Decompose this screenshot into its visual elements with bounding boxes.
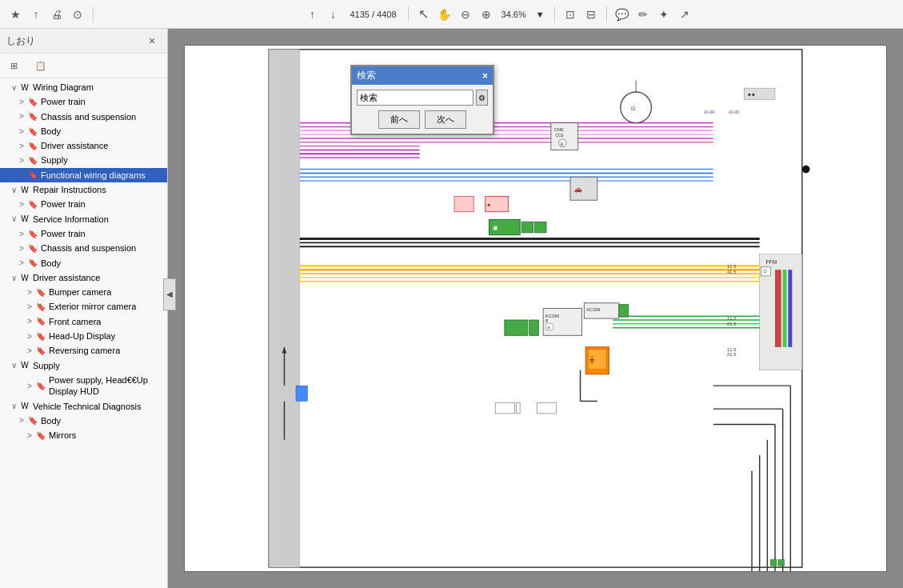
pencil-icon[interactable]: ✏ bbox=[634, 6, 652, 23]
svg-rect-74 bbox=[516, 402, 520, 414]
svg-text:41.5: 41.5 bbox=[727, 270, 736, 274]
wiring-diagram-svg: FFM ⊙ bbox=[184, 45, 887, 572]
comment-icon[interactable]: 💬 bbox=[613, 6, 631, 23]
separator-1 bbox=[93, 6, 94, 22]
sidebar-item-service-information[interactable]: ∨ W Service Information bbox=[0, 212, 167, 226]
sidebar-close-icon[interactable]: × bbox=[143, 32, 161, 50]
fc-icon: 🔖 bbox=[35, 317, 46, 326]
sidebar-item-chassis-1[interactable]: > 🔖 Chassis and suspension bbox=[0, 110, 167, 124]
sidebar-item-driver-assist-1[interactable]: > 🔖 Driver assistance bbox=[0, 138, 167, 153]
hu-label: Head-Up Display bbox=[49, 330, 115, 342]
svg-text:⊕: ⊕ bbox=[560, 142, 564, 146]
da1-icon: 🔖 bbox=[27, 142, 38, 150]
sidebar-item-mirrors[interactable]: > 🔖 Mirrors bbox=[0, 428, 167, 442]
hand-icon[interactable]: ✋ bbox=[436, 6, 453, 23]
page-info: 4135 / 4408 bbox=[345, 10, 401, 19]
search-input[interactable] bbox=[357, 90, 473, 106]
stamp-icon[interactable]: ✦ bbox=[655, 6, 673, 23]
sidebar-item-reversing-camera[interactable]: > 🔖 Reversing camera bbox=[0, 343, 167, 358]
svg-text:CNE: CNE bbox=[554, 127, 564, 132]
sidebar-item-body-1[interactable]: > 🔖 Body bbox=[0, 124, 167, 138]
svg-rect-67 bbox=[619, 305, 629, 317]
sidebar-item-body-2[interactable]: > 🔖 Body bbox=[0, 256, 167, 270]
expand-bc: > bbox=[24, 288, 35, 297]
expand-pt3: > bbox=[16, 230, 27, 238]
sidebar-item-vehicle-technical[interactable]: ∨ W Vehicle Technical Diagnosis bbox=[0, 399, 167, 414]
search-prev-button[interactable]: 前へ bbox=[378, 110, 420, 129]
si-label: Service Information bbox=[33, 214, 109, 225]
su2-icon: W bbox=[19, 361, 30, 370]
sidebar-item-chassis-2[interactable]: > 🔖 Chassis and suspension bbox=[0, 241, 167, 255]
sidebar-item-repair-instructions[interactable]: ∨ W Repair Instructions bbox=[0, 182, 167, 197]
expand-vtd: ∨ bbox=[8, 402, 19, 410]
search-title-bar: 検索 × bbox=[352, 66, 493, 85]
sidebar-list-icon[interactable]: 📋 bbox=[32, 57, 50, 74]
sidebar-item-powertrain-3[interactable]: > 🔖 Power train bbox=[0, 226, 167, 241]
svg-text:A1-04: A1-04 bbox=[704, 110, 714, 114]
sidebar-item-functional-wiring[interactable]: > 🔖 Functional wiring diagrams bbox=[0, 168, 167, 182]
sidebar-item-power-supply-hud[interactable]: > 🔖 Power supply, Head€€Up Display HUD bbox=[0, 373, 167, 399]
sidebar-item-bumper-camera[interactable]: > 🔖 Bumper camera bbox=[0, 285, 167, 299]
expand-rc: > bbox=[24, 346, 35, 355]
zoom-out-icon[interactable]: ⊖ bbox=[457, 6, 474, 23]
sidebar-grid-icon[interactable]: ⊞ bbox=[5, 57, 22, 74]
next-page-icon[interactable]: ↓ bbox=[324, 6, 342, 23]
zoom-reset-icon[interactable]: ⊙ bbox=[69, 6, 86, 23]
svg-rect-69 bbox=[529, 320, 539, 335]
content-area: FFM ⊙ bbox=[168, 29, 903, 588]
pt3-icon: 🔖 bbox=[27, 230, 38, 238]
prev-page-icon[interactable]: ↑ bbox=[303, 6, 321, 23]
expand-fw: > bbox=[16, 170, 27, 179]
search-next-button[interactable]: 次へ bbox=[425, 110, 466, 129]
b1-label: Body bbox=[41, 126, 61, 137]
cursor-icon[interactable]: ↖ bbox=[415, 6, 433, 23]
sidebar-item-body-3[interactable]: > 🔖 Body bbox=[0, 414, 167, 428]
sidebar-item-front-camera[interactable]: > 🔖 Front camera bbox=[0, 314, 167, 329]
fit-width-icon[interactable]: ⊟ bbox=[582, 6, 600, 23]
print-icon[interactable]: 🖨 bbox=[48, 6, 66, 23]
expand-pt2: > bbox=[16, 200, 27, 209]
sidebar-header-left: しおり bbox=[6, 34, 35, 48]
sidebar-collapse-arrow[interactable]: ◀ bbox=[163, 278, 176, 310]
sidebar-item-powertrain-1[interactable]: > 🔖 Power train bbox=[0, 94, 167, 109]
separator-4 bbox=[606, 6, 607, 22]
bookmark-icon[interactable]: ★ bbox=[6, 6, 24, 23]
pt2-icon: 🔖 bbox=[27, 200, 38, 209]
svg-text:╪: ╪ bbox=[589, 356, 595, 365]
sidebar-item-supply-2[interactable]: ∨ W Supply bbox=[0, 358, 167, 373]
sidebar-item-powertrain-2[interactable]: > 🔖 Power train bbox=[0, 197, 167, 211]
fw-icon: 🔖 bbox=[27, 170, 38, 179]
zoom-in-icon[interactable]: ⊕ bbox=[477, 6, 495, 23]
svg-rect-2 bbox=[269, 50, 300, 567]
svg-rect-12 bbox=[783, 270, 787, 347]
svg-rect-75 bbox=[537, 402, 556, 414]
s1-icon: 🔖 bbox=[27, 156, 38, 165]
sidebar-item-wiring-diagram[interactable]: ∨ W Wiring Diagram bbox=[0, 80, 167, 94]
sidebar-header: しおり × bbox=[0, 29, 167, 54]
ch1-icon: 🔖 bbox=[27, 112, 38, 121]
expand-em: > bbox=[24, 302, 35, 311]
rc-icon: 🔖 bbox=[35, 346, 46, 355]
sidebar-item-supply-1[interactable]: > 🔖 Supply bbox=[0, 153, 167, 167]
search-options-button[interactable]: ⚙ bbox=[476, 90, 488, 106]
svg-text:21.5: 21.5 bbox=[727, 322, 736, 326]
search-title: 検索 bbox=[357, 69, 376, 82]
expand-b1: > bbox=[16, 127, 27, 136]
search-body: ⚙ 前へ 次へ bbox=[352, 85, 493, 134]
da1-label: Driver assistance bbox=[41, 140, 108, 151]
sidebar-content[interactable]: ∨ W Wiring Diagram > 🔖 Power train > 🔖 C… bbox=[0, 78, 167, 588]
b2-label: Body bbox=[41, 258, 61, 269]
sidebar-item-head-up[interactable]: > 🔖 Head-Up Display bbox=[0, 329, 167, 343]
search-close-button[interactable]: × bbox=[482, 70, 488, 82]
expand-b2: > bbox=[16, 258, 27, 267]
search-options-icon: ⚙ bbox=[478, 94, 485, 102]
upload-icon[interactable]: ↑ bbox=[27, 6, 45, 23]
sidebar-item-driver-assist-2[interactable]: ∨ W Driver assistance bbox=[0, 270, 167, 285]
sidebar-item-exterior-mirror[interactable]: > 🔖 Exterior mirror camera bbox=[0, 299, 167, 314]
separator-2 bbox=[408, 6, 409, 22]
expand-pt1: > bbox=[16, 98, 27, 106]
fit-page-icon[interactable]: ⊡ bbox=[561, 6, 579, 23]
toolbar-center: ↑ ↓ 4135 / 4408 ↖ ✋ ⊖ ⊕ 34.6% ▼ ⊡ ⊟ 💬 ✏ … bbox=[303, 6, 693, 23]
svg-text:⊙: ⊙ bbox=[763, 269, 767, 274]
export-icon[interactable]: ↗ bbox=[676, 6, 693, 23]
